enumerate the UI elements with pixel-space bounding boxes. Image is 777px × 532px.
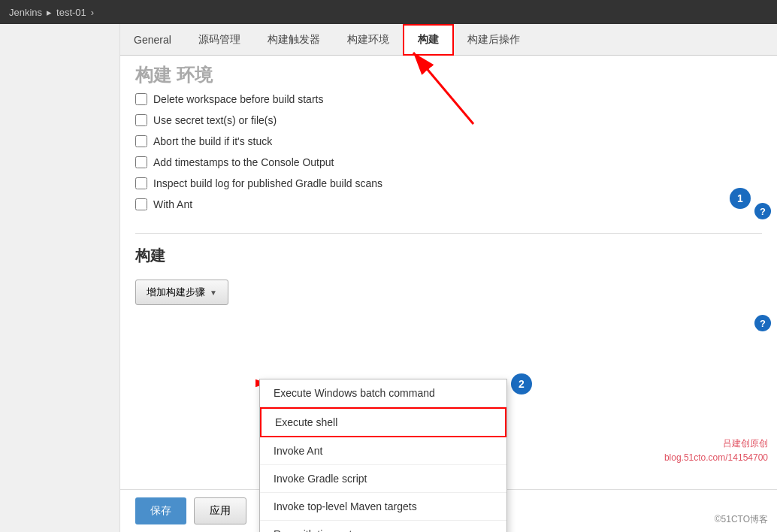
section-heading-top: 构建 环境 <box>135 63 762 87</box>
checkbox-label-use-secret: Use secret text(s) or file(s) <box>153 114 277 126</box>
apply-button[interactable]: 应用 <box>194 497 246 524</box>
tab-build[interactable]: 构建 <box>403 24 454 56</box>
menu-item-execute-shell[interactable]: Execute shell <box>260 407 506 437</box>
checkbox-list: Delete workspace before build starts Use… <box>135 93 762 210</box>
checkbox-label-gradle: Inspect build log for published Gradle b… <box>153 177 382 189</box>
checkbox-use-secret[interactable] <box>135 114 147 126</box>
watermark-line1: 吕建创原创 <box>664 437 768 451</box>
checkbox-label-abort-build: Abort the build if it's stuck <box>153 135 272 147</box>
checkbox-item-ant: With Ant <box>135 198 762 210</box>
checkbox-delete-workspace[interactable] <box>135 93 147 105</box>
build-section-title: 构建 <box>135 233 762 266</box>
nav-arrow-icon: ▸ <box>47 7 52 18</box>
tab-general[interactable]: General <box>120 26 185 53</box>
top-nav-bar: Jenkins ▸ test-01 › <box>0 0 777 24</box>
main-content: 构建 环境 Delete workspace before build star… <box>120 56 777 506</box>
tab-environment[interactable]: 构建环境 <box>334 26 403 54</box>
checkbox-ant[interactable] <box>135 198 147 210</box>
checkbox-label-delete-workspace: Delete workspace before build starts <box>153 93 323 105</box>
menu-item-execute-windows[interactable]: Execute Windows batch command <box>260 379 506 407</box>
menu-item-invoke-ant[interactable]: Invoke Ant <box>260 437 506 465</box>
checkbox-gradle[interactable] <box>135 177 147 189</box>
copyright-text: ©51CTO博客 <box>715 513 768 526</box>
help-icon-2[interactable]: ? <box>754 315 771 331</box>
menu-item-invoke-maven[interactable]: Invoke top-level Maven targets <box>260 493 506 521</box>
add-step-label: 增加构建步骤 <box>147 286 205 299</box>
checkbox-item-delete-workspace: Delete workspace before build starts <box>135 93 762 105</box>
menu-item-invoke-gradle[interactable]: Invoke Gradle script <box>260 465 506 493</box>
add-build-step-button[interactable]: 增加构建步骤 ▼ <box>135 280 228 305</box>
checkbox-item-abort-build: Abort the build if it's stuck <box>135 135 762 147</box>
dropdown-arrow-icon: ▼ <box>210 289 217 297</box>
nav-separator: › <box>91 7 94 18</box>
project-link[interactable]: test-01 <box>56 7 86 18</box>
checkbox-item-use-secret: Use secret text(s) or file(s) <box>135 114 762 126</box>
watermark: 吕建创原创 blog.51cto.com/14154700 <box>664 437 768 465</box>
add-step-dropdown: Execute Windows batch command Execute sh… <box>259 379 507 532</box>
checkbox-timestamps[interactable] <box>135 156 147 168</box>
checkbox-abort-build[interactable] <box>135 135 147 147</box>
jenkins-link[interactable]: Jenkins <box>9 7 42 18</box>
tab-triggers[interactable]: 构建触发器 <box>254 26 334 54</box>
checkbox-label-ant: With Ant <box>153 198 192 210</box>
checkbox-item-gradle: Inspect build log for published Gradle b… <box>135 177 762 189</box>
tab-post[interactable]: 构建后操作 <box>454 26 534 54</box>
annotation-badge-1: 1 <box>730 188 751 209</box>
watermark-line2: blog.51cto.com/14154700 <box>664 451 768 465</box>
tab-source[interactable]: 源码管理 <box>185 26 254 54</box>
checkbox-item-timestamps: Add timestamps to the Console Output <box>135 156 762 168</box>
checkbox-label-timestamps: Add timestamps to the Console Output <box>153 156 334 168</box>
annotation-badge-2: 2 <box>511 373 532 394</box>
save-button[interactable]: 保存 <box>135 497 186 524</box>
sidebar <box>0 24 120 532</box>
help-icon-1[interactable]: ? <box>754 203 771 219</box>
menu-item-run-timeout[interactable]: Run with timeout <box>260 521 506 532</box>
